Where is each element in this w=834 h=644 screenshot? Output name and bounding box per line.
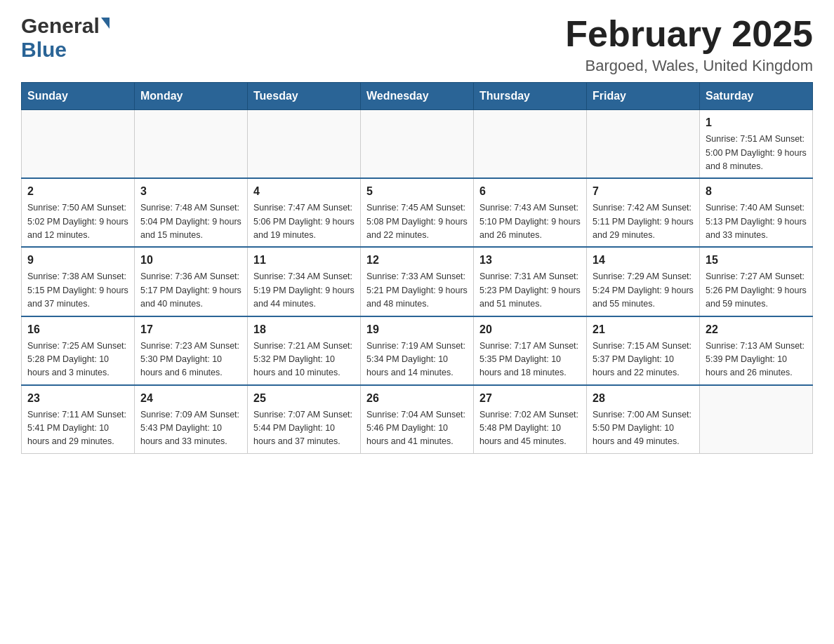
- week-row-5: 23Sunrise: 7:11 AM Sunset: 5:41 PM Dayli…: [22, 385, 813, 454]
- calendar-cell: 28Sunrise: 7:00 AM Sunset: 5:50 PM Dayli…: [587, 385, 700, 454]
- logo-general-text: General: [21, 14, 100, 38]
- day-info: Sunrise: 7:17 AM Sunset: 5:35 PM Dayligh…: [479, 340, 581, 380]
- day-number: 10: [140, 252, 241, 269]
- day-info: Sunrise: 7:42 AM Sunset: 5:11 PM Dayligh…: [593, 201, 694, 242]
- day-number: 3: [140, 183, 241, 200]
- weekday-header-tuesday: Tuesday: [248, 83, 361, 110]
- weekday-header-wednesday: Wednesday: [361, 83, 474, 110]
- calendar-cell: 6Sunrise: 7:43 AM Sunset: 5:10 PM Daylig…: [474, 178, 587, 247]
- week-row-2: 2Sunrise: 7:50 AM Sunset: 5:02 PM Daylig…: [22, 178, 813, 247]
- calendar-cell: 19Sunrise: 7:19 AM Sunset: 5:34 PM Dayli…: [361, 316, 474, 385]
- day-info: Sunrise: 7:25 AM Sunset: 5:28 PM Dayligh…: [27, 340, 128, 380]
- calendar-cell: 14Sunrise: 7:29 AM Sunset: 5:24 PM Dayli…: [587, 247, 700, 316]
- day-number: 2: [27, 183, 128, 200]
- day-info: Sunrise: 7:21 AM Sunset: 5:32 PM Dayligh…: [253, 340, 355, 380]
- calendar-cell: [587, 110, 700, 179]
- calendar-cell: 18Sunrise: 7:21 AM Sunset: 5:32 PM Dayli…: [248, 316, 361, 385]
- calendar-cell: 10Sunrise: 7:36 AM Sunset: 5:17 PM Dayli…: [135, 247, 248, 316]
- day-info: Sunrise: 7:27 AM Sunset: 5:26 PM Dayligh…: [706, 270, 807, 311]
- calendar-cell: 1Sunrise: 7:51 AM Sunset: 5:00 PM Daylig…: [700, 110, 813, 179]
- day-number: 27: [479, 390, 581, 407]
- calendar-table: SundayMondayTuesdayWednesdayThursdayFrid…: [21, 82, 813, 454]
- weekday-header-thursday: Thursday: [474, 83, 587, 110]
- calendar-cell: 4Sunrise: 7:47 AM Sunset: 5:06 PM Daylig…: [248, 178, 361, 247]
- day-number: 28: [593, 390, 694, 407]
- weekday-header-row: SundayMondayTuesdayWednesdayThursdayFrid…: [22, 83, 813, 110]
- day-info: Sunrise: 7:19 AM Sunset: 5:34 PM Dayligh…: [366, 340, 468, 380]
- week-row-4: 16Sunrise: 7:25 AM Sunset: 5:28 PM Dayli…: [22, 316, 813, 385]
- day-number: 23: [27, 390, 128, 407]
- day-info: Sunrise: 7:36 AM Sunset: 5:17 PM Dayligh…: [140, 270, 241, 311]
- calendar-cell: 23Sunrise: 7:11 AM Sunset: 5:41 PM Dayli…: [22, 385, 135, 454]
- calendar-cell: [700, 385, 813, 454]
- day-info: Sunrise: 7:43 AM Sunset: 5:10 PM Dayligh…: [479, 201, 581, 242]
- calendar-cell: 22Sunrise: 7:13 AM Sunset: 5:39 PM Dayli…: [700, 316, 813, 385]
- calendar-cell: 11Sunrise: 7:34 AM Sunset: 5:19 PM Dayli…: [248, 247, 361, 316]
- day-number: 16: [27, 321, 128, 338]
- day-number: 20: [479, 321, 581, 338]
- day-info: Sunrise: 7:34 AM Sunset: 5:19 PM Dayligh…: [253, 270, 355, 311]
- logo-blue-text: Blue: [21, 38, 67, 61]
- calendar-cell: 27Sunrise: 7:02 AM Sunset: 5:48 PM Dayli…: [474, 385, 587, 454]
- calendar-location: Bargoed, Wales, United Kingdom: [565, 57, 813, 75]
- calendar-cell: 8Sunrise: 7:40 AM Sunset: 5:13 PM Daylig…: [700, 178, 813, 247]
- day-number: 5: [366, 183, 468, 200]
- page-header: General Blue February 2025 Bargoed, Wale…: [21, 14, 813, 75]
- day-info: Sunrise: 7:09 AM Sunset: 5:43 PM Dayligh…: [140, 408, 241, 449]
- calendar-cell: [135, 110, 248, 179]
- calendar-cell: 25Sunrise: 7:07 AM Sunset: 5:44 PM Dayli…: [248, 385, 361, 454]
- calendar-cell: 5Sunrise: 7:45 AM Sunset: 5:08 PM Daylig…: [361, 178, 474, 247]
- calendar-cell: 17Sunrise: 7:23 AM Sunset: 5:30 PM Dayli…: [135, 316, 248, 385]
- logo: General Blue: [21, 14, 110, 62]
- day-info: Sunrise: 7:40 AM Sunset: 5:13 PM Dayligh…: [706, 201, 807, 242]
- calendar-cell: 26Sunrise: 7:04 AM Sunset: 5:46 PM Dayli…: [361, 385, 474, 454]
- week-row-1: 1Sunrise: 7:51 AM Sunset: 5:00 PM Daylig…: [22, 110, 813, 179]
- day-info: Sunrise: 7:13 AM Sunset: 5:39 PM Dayligh…: [706, 340, 807, 380]
- calendar-cell: [248, 110, 361, 179]
- day-number: 8: [706, 183, 807, 200]
- day-number: 9: [27, 252, 128, 269]
- calendar-cell: 9Sunrise: 7:38 AM Sunset: 5:15 PM Daylig…: [22, 247, 135, 316]
- day-number: 14: [593, 252, 694, 269]
- weekday-header-sunday: Sunday: [22, 83, 135, 110]
- title-block: February 2025 Bargoed, Wales, United Kin…: [565, 14, 813, 75]
- day-info: Sunrise: 7:00 AM Sunset: 5:50 PM Dayligh…: [593, 408, 694, 449]
- calendar-cell: [361, 110, 474, 179]
- day-info: Sunrise: 7:45 AM Sunset: 5:08 PM Dayligh…: [366, 201, 468, 242]
- day-info: Sunrise: 7:51 AM Sunset: 5:00 PM Dayligh…: [706, 133, 807, 173]
- day-number: 17: [140, 321, 241, 338]
- calendar-cell: 7Sunrise: 7:42 AM Sunset: 5:11 PM Daylig…: [587, 178, 700, 247]
- week-row-3: 9Sunrise: 7:38 AM Sunset: 5:15 PM Daylig…: [22, 247, 813, 316]
- calendar-title: February 2025: [565, 14, 813, 54]
- day-info: Sunrise: 7:38 AM Sunset: 5:15 PM Dayligh…: [27, 270, 128, 311]
- day-number: 12: [366, 252, 468, 269]
- calendar-cell: 16Sunrise: 7:25 AM Sunset: 5:28 PM Dayli…: [22, 316, 135, 385]
- day-number: 13: [479, 252, 581, 269]
- day-number: 22: [706, 321, 807, 338]
- weekday-header-saturday: Saturday: [700, 83, 813, 110]
- calendar-cell: [474, 110, 587, 179]
- day-number: 15: [706, 252, 807, 269]
- calendar-cell: 15Sunrise: 7:27 AM Sunset: 5:26 PM Dayli…: [700, 247, 813, 316]
- day-info: Sunrise: 7:11 AM Sunset: 5:41 PM Dayligh…: [27, 408, 128, 449]
- day-info: Sunrise: 7:47 AM Sunset: 5:06 PM Dayligh…: [253, 201, 355, 242]
- calendar-cell: [22, 110, 135, 179]
- calendar-cell: 3Sunrise: 7:48 AM Sunset: 5:04 PM Daylig…: [135, 178, 248, 247]
- day-info: Sunrise: 7:48 AM Sunset: 5:04 PM Dayligh…: [140, 201, 241, 242]
- day-number: 26: [366, 390, 468, 407]
- day-info: Sunrise: 7:31 AM Sunset: 5:23 PM Dayligh…: [479, 270, 581, 311]
- day-number: 24: [140, 390, 241, 407]
- calendar-cell: 20Sunrise: 7:17 AM Sunset: 5:35 PM Dayli…: [474, 316, 587, 385]
- day-number: 1: [706, 114, 807, 131]
- weekday-header-friday: Friday: [587, 83, 700, 110]
- day-number: 25: [253, 390, 355, 407]
- day-info: Sunrise: 7:29 AM Sunset: 5:24 PM Dayligh…: [593, 270, 694, 311]
- calendar-cell: 13Sunrise: 7:31 AM Sunset: 5:23 PM Dayli…: [474, 247, 587, 316]
- day-info: Sunrise: 7:02 AM Sunset: 5:48 PM Dayligh…: [479, 408, 581, 449]
- day-info: Sunrise: 7:04 AM Sunset: 5:46 PM Dayligh…: [366, 408, 468, 449]
- day-number: 21: [593, 321, 694, 338]
- day-number: 18: [253, 321, 355, 338]
- calendar-cell: 21Sunrise: 7:15 AM Sunset: 5:37 PM Dayli…: [587, 316, 700, 385]
- day-info: Sunrise: 7:50 AM Sunset: 5:02 PM Dayligh…: [27, 201, 128, 242]
- day-number: 6: [479, 183, 581, 200]
